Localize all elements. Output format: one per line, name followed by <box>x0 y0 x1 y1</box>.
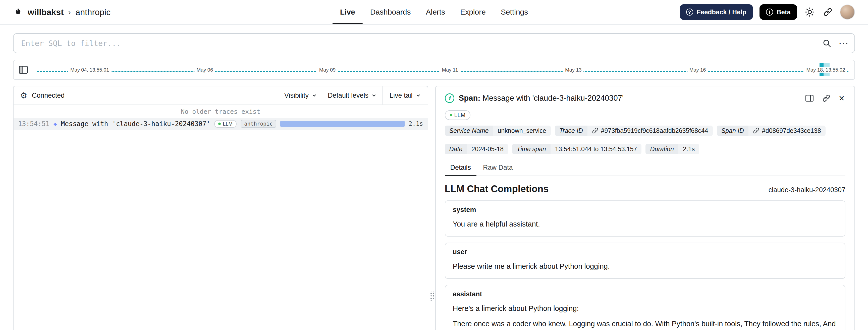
span-id-value: #d08697de343ce138 <box>762 127 821 134</box>
close-panel-button[interactable]: × <box>838 92 845 104</box>
sql-filter-input[interactable] <box>13 33 855 53</box>
theme-toggle-button[interactable] <box>804 6 816 18</box>
search-submit-button[interactable] <box>821 38 832 49</box>
nav-item-explore[interactable]: Explore <box>453 0 493 24</box>
feedback-help-button[interactable]: ? Feedback / Help <box>680 4 753 20</box>
property-label: Duration <box>646 144 678 154</box>
breadcrumb-project[interactable]: anthropic <box>75 7 111 17</box>
feedback-help-label: Feedback / Help <box>697 8 746 16</box>
message-content: There once was a coder who knew, Logging… <box>453 319 837 330</box>
app-logo-icon[interactable] <box>13 7 23 17</box>
duration-property: Duration 2.1s <box>646 144 699 154</box>
nav-item-alerts[interactable]: Alerts <box>418 0 453 24</box>
copy-link-button[interactable] <box>821 93 831 103</box>
property-value: #973fba5919cf9c618aafdb2635f68c44 <box>587 126 713 136</box>
ellipsis-icon: ⋯ <box>838 38 849 48</box>
date-property: Date 2024-05-18 <box>445 144 508 154</box>
trace-message: Message with 'claude-3-haiku-20240307' <box>61 120 210 127</box>
llm-badge-label: LLM <box>223 121 232 127</box>
search-bar: ⋯ <box>13 33 855 53</box>
section-title: LLM Chat Completions <box>445 184 549 194</box>
nav-item-dashboards[interactable]: Dashboards <box>363 0 418 24</box>
trace-timestamp: 13:54:51 <box>18 120 50 127</box>
span-header: i Span: Message with 'claude-3-haiku-202… <box>445 92 845 104</box>
user-avatar[interactable] <box>840 4 855 20</box>
duration-bar <box>280 121 405 127</box>
live-tail-label: Live tail <box>390 92 413 99</box>
no-older-traces-notice: No older traces exist <box>13 105 428 118</box>
span-title-label: Span: <box>459 94 480 102</box>
traces-controls: Visibility Default levels Live tail <box>279 86 428 104</box>
span-details-panel: i Span: Message with 'claude-3-haiku-202… <box>435 86 855 330</box>
chevron-down-icon <box>312 93 317 98</box>
service-name-property: Service Name unknown_service <box>445 126 551 136</box>
message-card-user: user Please write me a limerick about Py… <box>445 243 845 279</box>
info-icon: i <box>445 93 454 103</box>
property-value: #d08697de343ce138 <box>748 126 826 136</box>
chevron-down-icon <box>371 93 376 98</box>
panel-splitter[interactable] <box>428 86 435 330</box>
tab-raw-data[interactable]: Raw Data <box>477 161 518 176</box>
traces-panel-header: ⚙ Connected Visibility Default levels Li… <box>13 86 428 105</box>
timeline-tick: May 04, 13:55:01 <box>68 67 111 73</box>
nav-item-live[interactable]: Live <box>333 0 363 24</box>
tab-details[interactable]: Details <box>445 161 477 176</box>
timeline-tick: May 09 <box>317 67 338 73</box>
live-tail-dropdown[interactable]: Live tail <box>382 86 428 104</box>
main-content: ⚙ Connected Visibility Default levels Li… <box>13 86 855 330</box>
drag-handle-icon[interactable] <box>430 291 434 301</box>
timeline-tick: May 11 <box>440 67 460 73</box>
link-icon <box>592 127 598 134</box>
side-panel-button[interactable] <box>804 93 815 103</box>
chevron-down-icon <box>416 93 421 98</box>
timeline-tick: May 16 <box>687 67 708 73</box>
property-label: Date <box>445 144 467 154</box>
property-label: Time span <box>512 144 551 154</box>
nav-item-settings[interactable]: Settings <box>493 0 535 24</box>
green-dot-icon <box>450 114 452 116</box>
search-more-button[interactable]: ⋯ <box>837 37 850 49</box>
top-bar: willbakst › anthropic Live Dashboards Al… <box>0 0 868 25</box>
trace-id-property[interactable]: Trace ID #973fba5919cf9c618aafdb2635f68c… <box>555 126 713 136</box>
span-badge-row: LLM <box>445 109 845 120</box>
trace-row[interactable]: 13:54:51 ◆ Message with 'claude-3-haiku-… <box>13 118 428 130</box>
panel-columns-icon <box>805 94 814 102</box>
property-label: Span ID <box>717 126 748 136</box>
chevron-right-icon: › <box>68 7 71 17</box>
message-role: assistant <box>453 290 837 298</box>
visibility-dropdown[interactable]: Visibility <box>279 86 322 104</box>
question-circle-icon: ? <box>686 8 693 16</box>
trace-duration: 2.1s <box>409 120 423 127</box>
beta-button[interactable]: i Beta <box>760 4 797 20</box>
llm-badge: LLM <box>445 110 471 120</box>
breadcrumb-org[interactable]: willbakst <box>28 7 64 17</box>
property-label: Service Name <box>445 126 493 136</box>
top-bar-actions: ? Feedback / Help i Beta <box>680 4 855 20</box>
llm-section-header: LLM Chat Completions claude-3-haiku-2024… <box>445 184 845 194</box>
trace-id-value: #973fba5919cf9c618aafdb2635f68c44 <box>601 127 708 134</box>
span-id-property[interactable]: Span ID #d08697de343ce138 <box>717 126 826 136</box>
span-header-actions: × <box>804 92 845 104</box>
property-value: 2.1s <box>678 144 699 154</box>
message-card-system: system You are a helpful assistant. <box>445 201 845 237</box>
time-span-property: Time span 13:54:51.044 to 13:54:53.157 <box>512 144 642 154</box>
gear-icon[interactable]: ⚙ <box>20 91 27 99</box>
property-value: unknown_service <box>493 126 551 136</box>
model-name: claude-3-haiku-20240307 <box>769 186 845 194</box>
link-icon <box>823 7 832 17</box>
timeline-track[interactable]: May 04, 13:55:01 May 06 May 09 May 11 Ma… <box>33 60 850 79</box>
default-levels-dropdown[interactable]: Default levels <box>322 86 382 104</box>
timeline-tick: May 06 <box>195 67 215 73</box>
green-dot-icon <box>218 123 221 125</box>
share-link-button[interactable] <box>822 6 833 18</box>
span-properties: Service Name unknown_service Trace ID #9… <box>445 126 845 154</box>
sidebar-toggle-button[interactable] <box>18 64 29 75</box>
beta-label: Beta <box>777 8 790 16</box>
close-icon: × <box>839 93 844 103</box>
provider-badge: anthropic <box>241 120 276 128</box>
span-title-text: Message with 'claude-3-haiku-20240307' <box>483 94 624 102</box>
link-icon <box>753 127 760 134</box>
llm-badge-label: LLM <box>454 112 466 119</box>
llm-badge: LLM <box>214 120 237 128</box>
message-role: system <box>453 206 837 214</box>
